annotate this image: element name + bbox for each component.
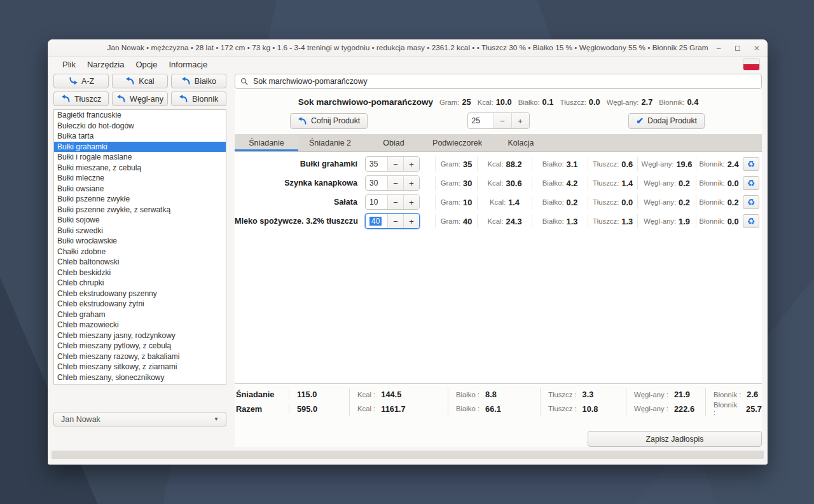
list-item-bulki-wroclawskie[interactable]: Bułki wrocławskie	[54, 236, 226, 247]
quantity-stepper[interactable]: 40−+	[365, 214, 420, 229]
tab-kolacja[interactable]: Kolacja	[489, 134, 553, 151]
quantity-value[interactable]: 10	[366, 195, 387, 209]
list-item-bulki-szwedki[interactable]: Bułki szwedki	[54, 226, 226, 236]
titlebar[interactable]: Jan Nowak • mężczyzna • 28 lat • 172 cm …	[48, 39, 768, 57]
stat-label: Kcal :	[357, 405, 375, 412]
quantity-stepper[interactable]: 25 − +	[467, 112, 530, 129]
decrement-button[interactable]: −	[387, 214, 403, 228]
quantity-value[interactable]: 35	[366, 157, 387, 171]
recycle-icon: ♻	[747, 217, 755, 226]
list-item-chleb-mieszany-slonecznikowy[interactable]: Chleb mieszany, słonecznikowy	[54, 372, 226, 383]
increment-button[interactable]: +	[403, 195, 419, 209]
add-product-button[interactable]: ✔ Dodaj Produkt	[628, 113, 705, 129]
stat-kcal: Kcal:10.0	[478, 97, 512, 107]
decrement-button[interactable]: −	[493, 113, 511, 128]
quantity-value[interactable]: 30	[366, 176, 387, 190]
list-item-chleb-mieszany-jasny-rodzynkowy[interactable]: Chleb mieszany jasny, rodzynkowy	[54, 330, 226, 341]
stat-value: 0.2	[679, 179, 690, 188]
decrement-button[interactable]: −	[387, 157, 403, 171]
product-list[interactable]: Bagietki francuskieBułeczki do hot-dogów…	[53, 109, 226, 385]
stat-value: 4.2	[567, 179, 578, 188]
stat-value: 30	[463, 179, 472, 188]
maximize-button[interactable]	[733, 44, 742, 53]
list-item-chleb-graham[interactable]: Chleb graham	[54, 310, 226, 320]
list-item-chleb-ekstrudowany-pszenny[interactable]: Chleb ekstrudowany pszenny	[54, 289, 226, 299]
user-dropdown[interactable]: Jan Nowak ▼	[53, 412, 226, 426]
remove-product-button[interactable]: ♻	[743, 214, 759, 228]
quantity-stepper[interactable]: 30−+	[365, 175, 420, 191]
stat-tluszcz: Tłuszcz:1.4	[588, 176, 637, 190]
list-item-chleb-chrupki[interactable]: Chleb chrupki	[54, 278, 226, 289]
list-item-chleb-mieszany-sitkowy-z-ziarnami[interactable]: Chleb mieszany sitkowy, z ziarnami	[54, 362, 226, 372]
meal-product-name: Bułki grahamki	[235, 160, 365, 168]
tab-obiad[interactable]: Obiad	[362, 134, 425, 151]
list-item-bulki-mleczne[interactable]: Bułki mleczne	[54, 173, 226, 184]
sort-button-wegl-any[interactable]: Węgl-any	[112, 92, 167, 106]
remove-product-button[interactable]: ♻	[743, 195, 759, 209]
sort-button-a-z[interactable]: A-Z	[53, 74, 109, 88]
increment-button[interactable]: +	[403, 214, 419, 228]
undo-label: Cofnij Produkt	[311, 116, 360, 125]
list-item-bulki-pszenne-zwykle-z-serwatka[interactable]: Bułki pszenne zwykłe, z serwatką	[54, 205, 226, 215]
stat-value: 1.4	[621, 179, 633, 188]
stat-value: 2.4	[728, 160, 739, 169]
decrement-button[interactable]: −	[387, 176, 403, 190]
stat-value: 25.7	[746, 404, 762, 414]
tab-podwieczorek[interactable]: Podwieczorek	[425, 134, 489, 151]
close-button[interactable]: ✕	[752, 44, 761, 53]
menu-item-informacje[interactable]: Informacje	[163, 58, 212, 71]
save-menu-button[interactable]: Zapisz Jadłospis	[588, 431, 762, 447]
sort-button-blonnik[interactable]: Błonnik	[171, 92, 226, 106]
summary-label: Śniadanie	[235, 390, 289, 399]
list-item-chleb-beskidzki[interactable]: Chleb beskidzki	[54, 268, 226, 278]
sort-button-tluszcz[interactable]: Tłuszcz	[53, 92, 109, 106]
stat-label: Białko:	[542, 179, 564, 187]
check-icon: ✔	[636, 116, 644, 126]
list-item-chleb-ekstrudowany-zytni[interactable]: Chleb ekstrudowany żytni	[54, 299, 226, 310]
stat-bialko: Białko:1.3	[532, 214, 588, 228]
stat-value: 10	[463, 198, 472, 207]
stat-label: Białko:	[542, 198, 564, 206]
list-item-buleczki-do-hot-dogow[interactable]: Bułeczki do hot-dogów	[54, 121, 226, 132]
stat-value: 3.3	[583, 390, 594, 399]
remove-product-button[interactable]: ♻	[743, 157, 759, 171]
list-item-bulka-tarta[interactable]: Bułka tarta	[54, 131, 226, 142]
summary-stat-wegl-any: Węgl-any :21.9	[626, 388, 705, 401]
quantity-value[interactable]: 25	[468, 113, 493, 128]
list-item-bulki-i-rogale-maslane[interactable]: Bułki i rogale maślane	[54, 152, 226, 163]
decrement-button[interactable]: −	[387, 195, 403, 209]
quantity-value[interactable]: 40	[366, 214, 387, 228]
list-item-bulki-owsiane[interactable]: Bułki owsiane	[54, 184, 226, 194]
increment-button[interactable]: +	[511, 113, 529, 128]
list-item-bulki-grahamki[interactable]: Bułki grahamki	[54, 142, 226, 153]
list-item-bulki-sojowe[interactable]: Bułki sojowe	[54, 215, 226, 226]
remove-product-button[interactable]: ♻	[743, 176, 759, 190]
menu-item-plik[interactable]: Plik	[57, 58, 81, 71]
list-item-chleb-baltonowski[interactable]: Chleb baltonowski	[54, 257, 226, 268]
quantity-stepper[interactable]: 10−+	[365, 194, 420, 210]
menu-item-opcje[interactable]: Opcje	[130, 58, 162, 71]
meal-row: Szynka kanapkowa30−+Gram:30Kcal:30.6Biał…	[235, 174, 762, 193]
minimize-button[interactable]: –	[714, 44, 723, 53]
list-item-chleb-mazowiecki[interactable]: Chleb mazowiecki	[54, 320, 226, 330]
stat-tluszcz: Tłuszcz:0.6	[588, 157, 637, 171]
tab-sniadanie-2[interactable]: Śniadanie 2	[298, 134, 362, 151]
list-item-bulki-mieszane-z-cebula[interactable]: Bułki mieszane, z cebulą	[54, 163, 226, 174]
increment-button[interactable]: +	[403, 176, 419, 190]
list-item-bulki-pszenne-zwykle[interactable]: Bułki pszenne zwykłe	[54, 194, 226, 205]
list-item-chleb-mieszany-razowy-z-bakaliami[interactable]: Chleb mieszany razowy, z bakaliami	[54, 351, 226, 362]
undo-product-button[interactable]: Cofnij Produkt	[290, 113, 368, 129]
stat-value: 25	[462, 97, 471, 107]
increment-button[interactable]: +	[403, 157, 419, 171]
list-item-chleb-mieszany-pytlowy-z-cebula[interactable]: Chleb mieszany pytlowy, z cebulą	[54, 341, 226, 351]
list-item-chleb-mieszany-z-dodatkiem-slonecznika[interactable]: Chleb mieszany z dodatkiem słonecznika	[54, 383, 226, 385]
menu-item-narzedzia[interactable]: Narzędzia	[82, 58, 130, 71]
sort-button-bialko[interactable]: Białko	[171, 74, 226, 88]
list-item-chalki-zdobne[interactable]: Chałki zdobne	[54, 247, 226, 257]
search-input[interactable]: Sok marchwiowo-pomarańczowy	[235, 74, 762, 89]
list-item-bagietki-francuskie[interactable]: Bagietki francuskie	[54, 110, 226, 121]
sort-button-kcal[interactable]: Kcal	[112, 74, 167, 88]
quantity-stepper[interactable]: 35−+	[365, 156, 420, 172]
tab-sniadanie[interactable]: Śniadanie	[235, 134, 298, 151]
stat-wegl-any: Węgl-any:2.7	[607, 97, 653, 107]
